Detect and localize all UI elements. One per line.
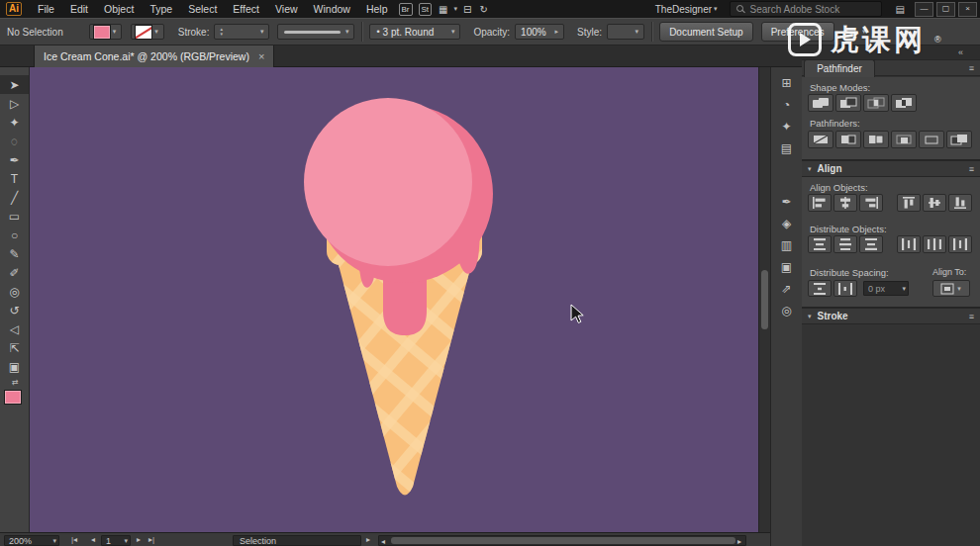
lasso-tool[interactable]: ◌ [0,132,29,150]
illustrator-logo-icon[interactable]: Ai [6,2,22,16]
dock-color-guide-icon[interactable]: ✦ [771,117,802,136]
pencil-tool[interactable]: ✐ [0,263,29,282]
type-tool[interactable]: T [0,169,29,188]
dock-libraries-icon[interactable]: ◎ [771,301,802,320]
status-readout[interactable]: Selection [233,535,361,546]
line-segment-tool[interactable]: ╱ [0,188,29,207]
stroke-panel-header[interactable]: ▾ Stroke ≡ [802,308,980,324]
opacity-field[interactable]: 100% ▸ [515,24,564,40]
artboard-tool[interactable]: ▣ [0,357,29,376]
menu-edit[interactable]: Edit [62,0,96,18]
artboard-number-field[interactable]: 1 ▾ [101,535,131,546]
rotate-tool[interactable]: ↺ [0,301,29,319]
stock-search-input[interactable]: Search Adobe Stock [730,1,882,17]
first-artboard-button[interactable]: |◂ [71,535,77,544]
pathfinder-menu-icon[interactable]: ≡ [969,63,974,73]
distribute-left-button[interactable] [897,235,921,253]
zoom-level-select[interactable]: 200% ▾ [4,535,59,546]
opacity-popup-icon[interactable]: ▸ [555,28,559,36]
menu-effect[interactable]: Effect [225,0,267,18]
dock-asset-export-icon[interactable]: ⇗ [771,279,802,299]
sync-icon[interactable]: ↻ [479,4,487,15]
rectangle-tool[interactable]: ▭ [0,207,29,226]
document-tab[interactable]: Ice Cream Cone.ai* @ 200% (RGB/Preview) … [34,46,274,67]
menu-type[interactable]: Type [142,0,180,18]
dock-artboards-icon[interactable]: ▣ [771,257,802,277]
minimize-button[interactable]: — [915,2,933,17]
stroke-color-control[interactable]: ▾ [131,24,164,40]
intersect-button[interactable] [863,94,889,112]
align-menu-icon[interactable]: ≡ [969,164,974,174]
scroll-left-icon[interactable]: ◂ [381,537,385,546]
swap-fill-stroke-icon[interactable]: ⇄ [12,378,19,387]
stepper-down-icon[interactable]: ▾ [220,32,223,37]
dock-layers-icon[interactable]: ▥ [771,235,802,255]
vertical-scrollbar[interactable] [758,67,770,532]
stroke-collapse-icon[interactable]: ▾ [808,313,812,320]
ellipse-tool[interactable]: ○ [0,226,29,244]
align-hcenter-button[interactable] [833,194,857,212]
selection-tool[interactable]: ➤ [0,75,29,94]
pen-tool[interactable]: ✒ [0,150,29,169]
vertical-scrollbar-thumb[interactable] [761,270,768,329]
distribute-bottom-button[interactable] [859,235,883,253]
magic-wand-tool[interactable]: ✦ [0,113,29,132]
dock-color-icon[interactable]: ◔ [771,95,802,115]
menu-file[interactable]: File [30,0,62,18]
distribute-right-button[interactable] [948,235,972,253]
scroll-right-icon[interactable]: ▸ [737,537,741,546]
dock-brushes-icon[interactable]: ✒ [771,192,802,212]
menu-object[interactable]: Object [96,0,142,18]
spacing-value-field[interactable]: 0 px ▾ [863,281,909,296]
horizontal-distribute-space-button[interactable] [833,280,857,297]
style-field[interactable]: ▾ [607,24,644,40]
direct-selection-tool[interactable]: ▷ [0,94,29,113]
align-top-button[interactable] [897,194,921,212]
pathfinder-tab[interactable]: Pathfinder [804,59,875,77]
layout-grid-icon[interactable]: ▦ [439,4,447,15]
align-vcenter-button[interactable] [923,194,946,212]
collapse-panels-icon[interactable]: « [958,47,963,57]
next-artboard-button[interactable]: ▸ [137,535,141,544]
reflect-tool[interactable]: ◁ [0,319,29,338]
distribute-hcenter-button[interactable] [923,235,946,253]
distribute-vcenter-button[interactable] [833,235,857,253]
variable-width-profile[interactable]: ▾ [277,24,354,40]
scale-tool[interactable]: ⇱ [0,338,29,357]
paintbrush-tool[interactable]: ✎ [0,244,29,263]
fill-color-control[interactable]: ▾ [89,24,123,40]
unite-button[interactable] [808,94,833,112]
align-bottom-button[interactable] [948,194,972,212]
dock-symbols-icon[interactable]: ◈ [771,214,802,233]
close-button[interactable]: × [958,2,977,17]
trim-button[interactable] [835,131,861,148]
horizontal-scrollbar-thumb[interactable] [391,537,735,544]
arrange-icon[interactable]: ⊟ [463,4,471,15]
tab-close-icon[interactable]: × [258,51,264,62]
align-collapse-icon[interactable]: ▾ [808,165,812,173]
toolbar-fill-swatch[interactable] [4,390,22,405]
layout-caret-icon[interactable]: ▾ [454,5,458,13]
app-panel-menu-icon[interactable]: ▤ [896,4,905,15]
artboard-canvas[interactable] [30,67,758,532]
divide-button[interactable] [808,131,833,148]
distribute-top-button[interactable] [808,235,832,253]
dock-panel-grid-icon[interactable]: ⊞ [771,73,802,93]
stock-badge[interactable]: St [419,3,433,16]
brush-definition[interactable]: • 3 pt. Round ▾ [369,24,460,40]
crop-button[interactable] [891,131,917,148]
status-popup-icon[interactable]: ▸ [366,535,370,544]
align-to-dropdown[interactable]: ▾ [932,280,970,297]
menu-view[interactable]: View [267,0,306,18]
stroke-menu-icon[interactable]: ≡ [969,312,974,321]
stroke-stepper[interactable]: ▴ ▾ [220,27,223,37]
document-setup-button[interactable]: Document Setup [659,22,753,42]
align-left-button[interactable] [808,194,832,212]
horizontal-scrollbar[interactable]: ◂ ▸ [378,535,746,546]
menu-select[interactable]: Select [180,0,225,18]
stroke-weight-field[interactable]: ▴ ▾ ▾ [214,24,269,40]
last-artboard-button[interactable]: ▸| [148,535,154,544]
vertical-distribute-space-button[interactable] [808,280,832,297]
restore-button[interactable]: ▢ [936,2,955,17]
workspace-switcher[interactable]: TheDesigner ▾ [655,4,720,15]
